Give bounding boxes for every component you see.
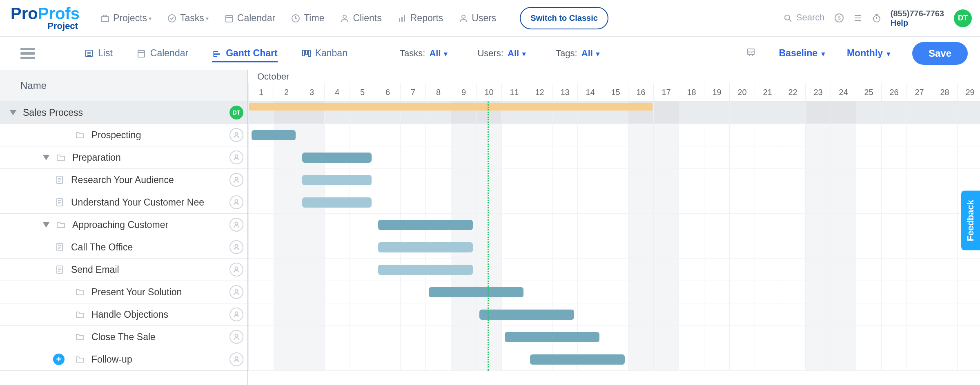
monthly-dropdown[interactable]: Monthly▼: [847, 48, 892, 59]
nav-time[interactable]: Time: [291, 13, 324, 24]
gantt-cell: [628, 191, 653, 213]
gantt-bar[interactable]: [302, 197, 372, 208]
assignee-avatar[interactable]: [229, 218, 243, 232]
gantt-cell: [704, 281, 729, 303]
nav-projects[interactable]: Projects▾: [100, 13, 151, 24]
dollar-icon[interactable]: [834, 13, 845, 24]
gantt-cell: [805, 191, 831, 213]
assignee-avatar[interactable]: [229, 195, 243, 209]
nav-tasks[interactable]: Tasks▾: [167, 13, 209, 24]
collapse-icon[interactable]: [43, 155, 49, 160]
gantt-cell: [299, 236, 324, 258]
assignee-avatar[interactable]: [229, 173, 243, 187]
task-row[interactable]: Sales ProcessDT: [0, 102, 247, 124]
gantt-cell: [755, 326, 780, 348]
gantt-bar[interactable]: [302, 175, 372, 185]
assignee-avatar[interactable]: [229, 128, 243, 142]
gantt-cell: [932, 236, 957, 258]
task-row[interactable]: Research Your Audience: [0, 169, 247, 191]
task-row[interactable]: Approaching Customer: [0, 214, 247, 236]
gantt-cell: [653, 326, 679, 348]
filter-value: All: [508, 48, 519, 58]
gantt-cell: [653, 259, 679, 281]
gantt-bar[interactable]: [479, 310, 574, 320]
feedback-tab[interactable]: Feedback: [961, 191, 980, 250]
nav-clients[interactable]: Clients: [340, 13, 381, 24]
gantt-row: [248, 169, 980, 191]
assignee-avatar[interactable]: [229, 285, 243, 299]
gantt-cell: [476, 169, 501, 191]
gantt-bar[interactable]: [505, 332, 599, 342]
gantt-cell: [274, 214, 299, 236]
filter-tasks[interactable]: Tasks: All▼: [400, 48, 449, 59]
view-list[interactable]: List: [84, 48, 113, 59]
task-row[interactable]: Present Your Solution: [0, 281, 247, 303]
assignee-avatar[interactable]: [229, 150, 243, 164]
assignee-avatar[interactable]: [229, 352, 243, 366]
task-row[interactable]: Send Email: [0, 259, 247, 281]
gantt-cell: [476, 236, 501, 258]
gantt-bar[interactable]: [252, 130, 296, 140]
user-avatar[interactable]: DT: [954, 9, 972, 27]
gantt-cell: [350, 236, 375, 258]
gantt-bar[interactable]: [429, 287, 523, 297]
task-row[interactable]: Close The Sale: [0, 326, 247, 348]
view-gantt[interactable]: Gantt Chart: [212, 48, 278, 62]
gantt-bar[interactable]: [249, 103, 653, 111]
gantt-bar[interactable]: [378, 265, 473, 275]
gantt-row: [248, 124, 980, 146]
collapse-icon[interactable]: [43, 222, 49, 228]
gantt-cell: [729, 348, 755, 370]
search-input[interactable]: Search: [783, 12, 827, 24]
task-row[interactable]: Handle Objections: [0, 303, 247, 326]
logo[interactable]: ProProfs Project: [11, 5, 80, 31]
assignee-avatar[interactable]: [229, 330, 243, 344]
settings-icon[interactable]: [853, 13, 864, 24]
help-link[interactable]: Help: [891, 18, 944, 28]
gantt-bar[interactable]: [302, 153, 372, 163]
assignee-avatar[interactable]: [229, 240, 243, 254]
gantt-bar[interactable]: [378, 220, 473, 230]
gantt-cell: [906, 326, 932, 348]
assignee-avatar[interactable]: [229, 308, 243, 321]
gantt-cell: [957, 259, 980, 281]
time-header: October 12345678910111213141516171819202…: [248, 70, 980, 102]
task-row[interactable]: +Follow-up: [0, 348, 247, 371]
baseline-dropdown[interactable]: Baseline▼: [779, 48, 826, 59]
assignee-avatar[interactable]: DT: [229, 106, 243, 119]
collapse-icon[interactable]: [10, 110, 16, 115]
view-calendar[interactable]: Calendar: [136, 48, 188, 59]
day-header-cell: 11: [501, 83, 527, 101]
nav-users[interactable]: Users: [459, 13, 496, 24]
gantt-cell: [780, 281, 805, 303]
gantt-cell: [755, 303, 780, 325]
export-csv-icon[interactable]: [746, 47, 758, 60]
add-icon[interactable]: +: [53, 354, 65, 365]
view-kanban[interactable]: Kanban: [301, 48, 347, 59]
task-row[interactable]: Preparation: [0, 146, 247, 169]
menu-icon[interactable]: [20, 46, 35, 61]
gantt-cell: [375, 303, 400, 325]
nav-calendar[interactable]: Calendar: [224, 13, 275, 24]
gantt-cell: [299, 259, 324, 281]
task-row[interactable]: Understand Your Customer Nee: [0, 191, 247, 214]
task-row[interactable]: Call The Office: [0, 236, 247, 259]
gantt-cell: [425, 303, 451, 325]
gantt-row: [248, 102, 980, 124]
gantt-cell: [755, 102, 780, 124]
filter-tags[interactable]: Tags: All▼: [556, 48, 601, 59]
task-list-column: Name Sales ProcessDTProspectingPreparati…: [0, 70, 248, 385]
save-button[interactable]: Save: [912, 42, 968, 65]
switch-classic-button[interactable]: Switch to Classic: [520, 7, 608, 29]
gantt-cell: [780, 191, 805, 213]
nav-reports[interactable]: Reports: [397, 13, 443, 24]
task-row[interactable]: Prospecting: [0, 124, 247, 146]
filter-users[interactable]: Users: All▼: [477, 48, 527, 59]
gantt-cell: [274, 191, 299, 213]
gantt-cell: [932, 146, 957, 168]
gantt-cell: [324, 236, 350, 258]
assignee-avatar[interactable]: [229, 263, 243, 277]
timer-icon[interactable]: [872, 13, 882, 24]
gantt-bar[interactable]: [378, 242, 473, 252]
gantt-bar[interactable]: [530, 354, 625, 365]
